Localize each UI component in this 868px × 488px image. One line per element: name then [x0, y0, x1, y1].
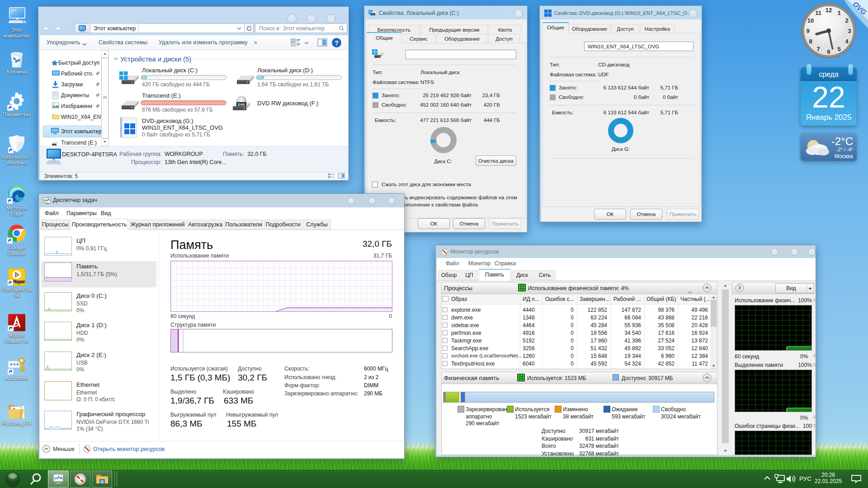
svg-text:?: ? — [335, 39, 339, 47]
svg-text:5: 5 — [837, 46, 840, 52]
svg-text:8: 8 — [809, 38, 812, 45]
svg-text:3: 3 — [848, 28, 851, 34]
svg-text:1: 1 — [837, 9, 840, 16]
svg-text:2: 2 — [845, 17, 848, 24]
svg-text:Player: Player — [12, 279, 25, 284]
svg-text:12: 12 — [826, 7, 832, 14]
svg-text:DVD: DVD — [238, 103, 245, 107]
svg-text:7: 7 — [816, 46, 820, 52]
svg-text:6: 6 — [827, 48, 830, 55]
svg-text:9: 9 — [806, 28, 809, 34]
svg-text:10: 10 — [807, 17, 814, 24]
svg-text:4: 4 — [845, 38, 849, 45]
svg-text:11: 11 — [815, 9, 821, 16]
